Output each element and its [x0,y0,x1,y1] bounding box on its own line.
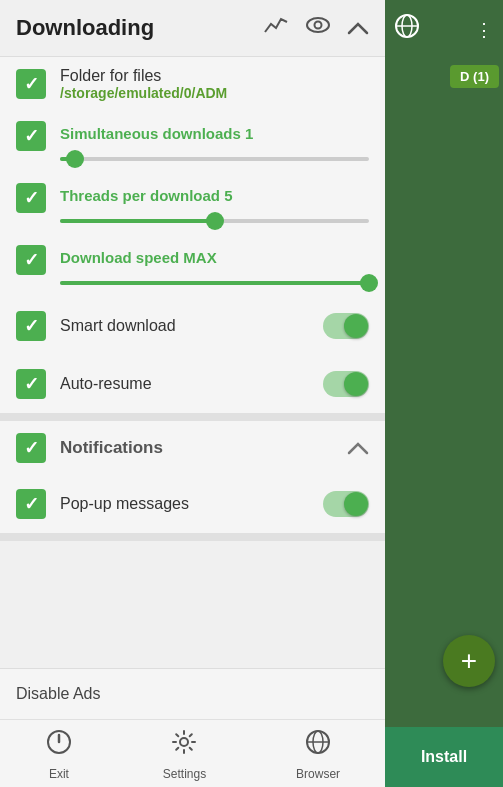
smart-download-row: ✓ Smart download [0,297,385,355]
popup-messages-thumb [344,492,368,516]
browser-icon [304,728,332,763]
threads-fill [60,219,215,223]
simultaneous-label: Simultaneous downloads 1 [60,125,369,142]
main-panel: Downloading ✓ [0,0,385,787]
settings-label: Settings [163,767,206,781]
globe-icon-top[interactable] [393,12,421,47]
eye-icon[interactable] [305,15,331,41]
auto-resume-checkbox[interactable]: ✓ [16,369,46,399]
simultaneous-row: ✓ Simultaneous downloads 1 [0,111,385,153]
popup-messages-row: ✓ Pop-up messages [0,475,385,533]
notifications-label: Notifications [60,438,347,458]
right-panel: ⋮ D (1) + Install [385,0,503,787]
folder-content: Folder for files /storage/emulated/0/ADM [60,67,369,101]
section-divider-1 [0,413,385,421]
page-title: Downloading [16,15,263,41]
svg-point-1 [315,22,322,29]
auto-resume-label: Auto-resume [60,375,323,393]
right-panel-top: ⋮ [385,0,503,59]
browser-label: Browser [296,767,340,781]
bottom-nav: Exit Settings [0,720,385,787]
settings-icon [170,728,198,763]
popup-messages-checkbox[interactable]: ✓ [16,489,46,519]
notifications-checkbox[interactable]: ✓ [16,433,46,463]
popup-messages-label: Pop-up messages [60,495,323,513]
footer: Disable Ads Exit Sett [0,668,385,787]
smart-download-content: Smart download [60,317,323,335]
threads-thumb[interactable] [206,212,224,230]
svg-point-0 [307,18,329,32]
threads-slider[interactable] [60,219,369,223]
fab-plus-icon: + [461,645,477,677]
speed-content: Download speed MAX [60,249,369,272]
simultaneous-slider[interactable] [60,157,369,161]
header-icons [263,12,369,44]
auto-resume-toggle[interactable] [323,371,369,397]
auto-resume-thumb [344,372,368,396]
disable-ads-row[interactable]: Disable Ads [0,669,385,720]
collapse-icon[interactable] [347,15,369,41]
exit-icon [45,728,73,763]
folder-label: Folder for files [60,67,369,85]
simultaneous-thumb[interactable] [66,150,84,168]
nav-browser[interactable]: Browser [296,728,340,781]
simultaneous-checkbox[interactable]: ✓ [16,121,46,151]
install-button[interactable]: Install [385,727,503,787]
notifications-section-header: ✓ Notifications [0,421,385,475]
chart-icon[interactable] [263,12,289,44]
speed-checkbox[interactable]: ✓ [16,245,46,275]
folder-path[interactable]: /storage/emulated/0/ADM [60,85,369,101]
smart-download-thumb [344,314,368,338]
threads-label: Threads per download 5 [60,187,369,204]
folder-row: ✓ Folder for files /storage/emulated/0/A… [0,57,385,111]
speed-slider-row [0,277,385,297]
notifications-collapse-icon[interactable] [347,437,369,460]
speed-fill [60,281,369,285]
speed-slider[interactable] [60,281,369,285]
folder-checkbox[interactable]: ✓ [16,69,46,99]
threads-checkbox[interactable]: ✓ [16,183,46,213]
simultaneous-content: Simultaneous downloads 1 [60,125,369,148]
smart-download-label: Smart download [60,317,323,335]
svg-point-4 [180,738,188,746]
threads-content: Threads per download 5 [60,187,369,210]
popup-messages-toggle[interactable] [323,491,369,517]
threads-slider-row [0,215,385,235]
simultaneous-slider-row [0,153,385,173]
popup-messages-content: Pop-up messages [60,495,323,513]
threads-row: ✓ Threads per download 5 [0,173,385,215]
fab-button[interactable]: + [443,635,495,687]
smart-download-checkbox[interactable]: ✓ [16,311,46,341]
section-divider-2 [0,533,385,541]
speed-label: Download speed MAX [60,249,369,266]
speed-thumb[interactable] [360,274,378,292]
nav-settings[interactable]: Settings [163,728,206,781]
download-badge[interactable]: D (1) [450,65,499,88]
content-area: ✓ Folder for files /storage/emulated/0/A… [0,57,385,668]
disable-ads-label: Disable Ads [16,685,101,702]
dots-icon[interactable]: ⋮ [475,19,495,41]
exit-label: Exit [49,767,69,781]
auto-resume-content: Auto-resume [60,375,323,393]
nav-exit[interactable]: Exit [45,728,73,781]
header: Downloading [0,0,385,57]
speed-row: ✓ Download speed MAX [0,235,385,277]
smart-download-toggle[interactable] [323,313,369,339]
auto-resume-row: ✓ Auto-resume [0,355,385,413]
